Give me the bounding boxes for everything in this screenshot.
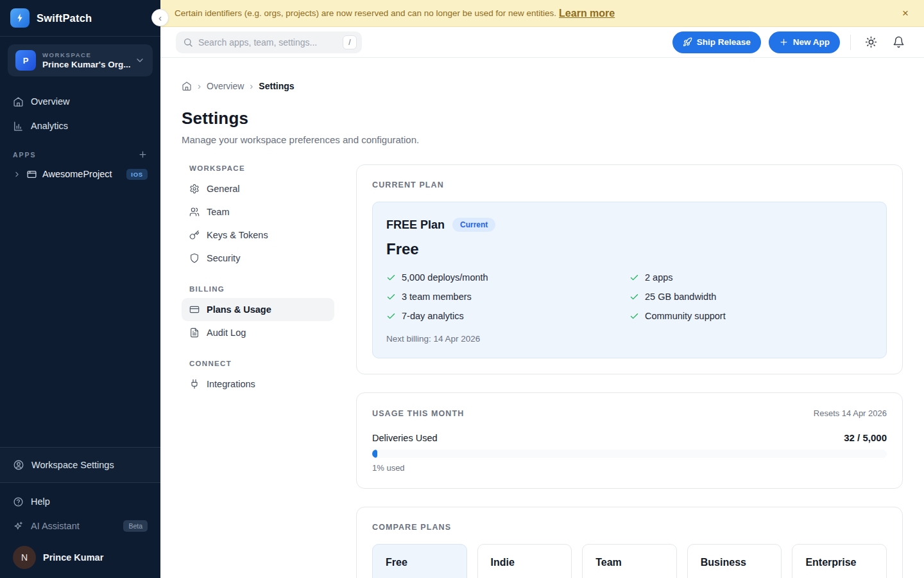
sidebar-nav: Overview Analytics bbox=[0, 84, 160, 138]
card-header: CURRENT PLAN bbox=[372, 180, 887, 189]
bar-chart-icon bbox=[13, 121, 24, 132]
beta-badge: Beta bbox=[123, 520, 148, 532]
plan-price: Free bbox=[386, 240, 873, 258]
check-icon bbox=[629, 292, 639, 302]
plan-card-price: ₹20,799 bbox=[701, 575, 754, 578]
ship-release-button[interactable]: Ship Release bbox=[672, 31, 761, 53]
theme-toggle-button[interactable] bbox=[861, 32, 881, 52]
breadcrumb-separator: › bbox=[250, 80, 253, 91]
settings-nav-label: Audit Log bbox=[207, 328, 246, 338]
sidebar-app-awesomeproject[interactable]: AwesomeProject iOS bbox=[8, 162, 153, 186]
plans-row: Free Free Indie ₹1,599/mo Team ₹6,599/mo bbox=[372, 544, 887, 578]
file-text-icon bbox=[189, 328, 200, 338]
settings-nav: WORKSPACE General Team Keys & Tokens Sec… bbox=[182, 164, 334, 578]
card-header: COMPARE PLANS bbox=[372, 523, 887, 532]
chevron-right-icon bbox=[13, 170, 21, 179]
sidebar-collapse-button[interactable]: ‹ bbox=[151, 9, 169, 26]
plan-feature: 2 apps bbox=[629, 272, 873, 283]
check-icon bbox=[386, 292, 396, 302]
rocket-icon bbox=[683, 37, 692, 47]
plan-card-enterprise[interactable]: Enterprise Custom bbox=[792, 544, 887, 578]
breadcrumb-item-overview[interactable]: Overview bbox=[207, 81, 244, 91]
lightning-bolt-icon bbox=[15, 13, 25, 23]
sidebar-item-label: Analytics bbox=[31, 121, 68, 131]
plan-feature: 25 GB bandwidth bbox=[629, 292, 873, 302]
breadcrumb-separator: › bbox=[198, 80, 201, 91]
plan-card-business[interactable]: Business ₹20,799/mo bbox=[687, 544, 782, 578]
sidebar-item-overview[interactable]: Overview bbox=[8, 89, 153, 114]
plan-card-title: Business bbox=[701, 557, 769, 568]
home-icon[interactable] bbox=[182, 81, 192, 91]
plan-feature: 7-day analytics bbox=[386, 311, 629, 321]
workspace-name: Prince Kumar's Org... bbox=[42, 60, 128, 69]
plan-card-title: Team bbox=[595, 557, 663, 568]
workspace-label: WORKSPACE bbox=[42, 51, 128, 58]
user-avatar: N bbox=[13, 546, 36, 569]
close-icon[interactable]: × bbox=[898, 6, 912, 21]
plan-name: FREE Plan bbox=[386, 218, 445, 232]
settings-nav-general[interactable]: General bbox=[182, 177, 334, 200]
banner-learn-more-link[interactable]: Learn more bbox=[559, 8, 615, 19]
current-plan-card: CURRENT PLAN FREE Plan Current Free 5,00… bbox=[356, 164, 903, 374]
settings-nav-integrations[interactable]: Integrations bbox=[182, 372, 334, 396]
plan-card-team[interactable]: Team ₹6,599/mo bbox=[582, 544, 677, 578]
settings-nav-label: Plans & Usage bbox=[207, 304, 271, 315]
key-icon bbox=[189, 230, 200, 240]
notifications-button[interactable] bbox=[889, 32, 909, 52]
users-icon bbox=[189, 207, 200, 217]
user-menu[interactable]: N Prince Kumar bbox=[8, 542, 153, 578]
search-input[interactable] bbox=[198, 37, 338, 48]
add-app-icon[interactable] bbox=[138, 150, 148, 159]
sidebar-item-help[interactable]: Help bbox=[8, 489, 153, 514]
plan-feature: Community support bbox=[629, 311, 873, 321]
plan-card-price: ₹1,599 bbox=[491, 575, 536, 578]
divider bbox=[850, 35, 851, 50]
plan-card-free[interactable]: Free Free bbox=[372, 544, 467, 578]
notice-banner: Certain identifiers (e.g. orgs, projects… bbox=[160, 0, 924, 27]
bell-icon bbox=[893, 36, 905, 48]
current-plan-box: FREE Plan Current Free 5,000 deploys/mon… bbox=[372, 202, 887, 358]
settings-nav-keys-tokens[interactable]: Keys & Tokens bbox=[182, 223, 334, 247]
settings-nav-label: Keys & Tokens bbox=[207, 230, 268, 240]
app-name-label: AwesomeProject bbox=[42, 169, 121, 179]
check-icon bbox=[629, 311, 639, 321]
plan-feature: 3 team members bbox=[386, 292, 629, 302]
sidebar-item-label: Workspace Settings bbox=[31, 460, 114, 470]
plug-icon bbox=[189, 379, 200, 389]
help-circle-icon bbox=[13, 496, 24, 507]
settings-nav-label: Integrations bbox=[207, 379, 255, 389]
apps-section-header: APPS bbox=[13, 150, 148, 159]
sidebar-item-label: AI Assistant bbox=[31, 521, 80, 531]
workspace-switcher[interactable]: P WORKSPACE Prince Kumar's Org... bbox=[8, 44, 153, 76]
settings-nav-label: Security bbox=[207, 253, 240, 263]
search-shortcut-key: / bbox=[343, 35, 357, 49]
sparkles-icon bbox=[13, 521, 24, 532]
plan-card-price: ₹6,599 bbox=[595, 575, 640, 578]
search-box[interactable]: / bbox=[176, 31, 362, 53]
check-icon bbox=[629, 273, 639, 283]
plan-card-title: Free bbox=[386, 557, 454, 568]
next-billing: Next billing: 14 Apr 2026 bbox=[386, 334, 873, 344]
settings-content: CURRENT PLAN FREE Plan Current Free 5,00… bbox=[356, 164, 903, 578]
usage-percent-label: 1% used bbox=[372, 463, 887, 473]
sidebar-item-analytics[interactable]: Analytics bbox=[8, 114, 153, 138]
settings-nav-team[interactable]: Team bbox=[182, 200, 334, 223]
sun-icon bbox=[865, 36, 877, 48]
sidebar-item-ai-assistant[interactable]: AI Assistant Beta bbox=[8, 514, 153, 538]
settings-section-label: BILLING bbox=[189, 285, 334, 293]
settings-nav-audit-log[interactable]: Audit Log bbox=[182, 321, 334, 344]
sidebar-item-label: Help bbox=[31, 496, 50, 507]
settings-nav-security[interactable]: Security bbox=[182, 247, 334, 270]
breadcrumb-item-settings: Settings bbox=[259, 81, 294, 91]
new-app-button[interactable]: New App bbox=[769, 31, 840, 53]
sidebar: SwiftPatch P WORKSPACE Prince Kumar's Or… bbox=[0, 0, 160, 578]
check-icon bbox=[386, 311, 396, 321]
settings-nav-plans-usage[interactable]: Plans & Usage bbox=[182, 298, 334, 321]
sidebar-item-workspace-settings[interactable]: Workspace Settings bbox=[8, 453, 153, 477]
current-plan-badge: Current bbox=[452, 218, 495, 232]
settings-nav-label: General bbox=[207, 184, 240, 194]
topbar: / Ship Release New App bbox=[160, 27, 924, 58]
gear-icon bbox=[189, 184, 200, 194]
workspace-avatar: P bbox=[15, 50, 36, 71]
plan-card-indie[interactable]: Indie ₹1,599/mo bbox=[477, 544, 572, 578]
